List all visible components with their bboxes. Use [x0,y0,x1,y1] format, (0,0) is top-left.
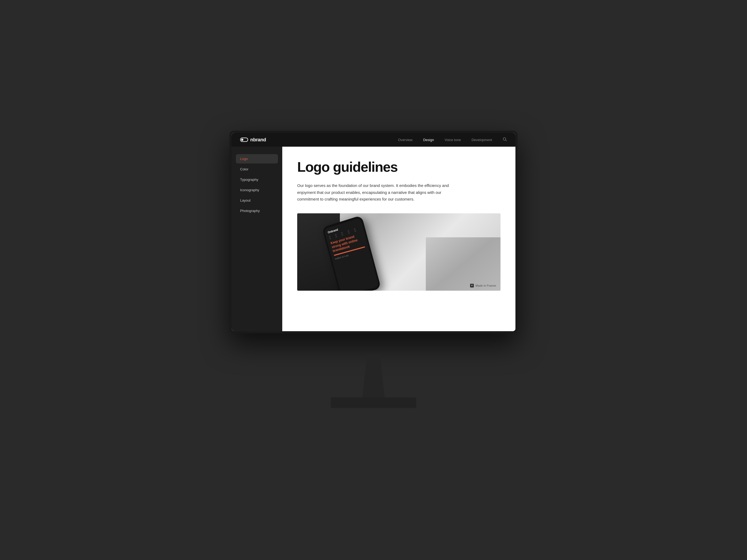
framer-icon: F [470,284,474,288]
page-title: Logo guidelines [297,159,500,175]
content-area: Logo guidelines Our logo serves as the f… [282,146,515,331]
monitor-outer: nbrand Overview Design Voice tone Develo… [229,131,518,334]
nav-design[interactable]: Design [423,138,434,142]
main-content: Logo Color Typography Iconography Layout [232,146,515,331]
sidebar-item-logo[interactable]: Logo [236,154,278,163]
nav-overview[interactable]: Overview [398,138,412,142]
logo-area: nbrand [240,137,266,143]
concrete-block [426,237,500,291]
logo-icon [240,138,248,142]
framer-label: Made in Framer [475,284,496,287]
sidebar-item-photography[interactable]: Photography [236,206,278,215]
top-nav: nbrand Overview Design Voice tone Develo… [232,133,515,146]
page-description: Our logo serves as the foundation of our… [297,182,452,203]
sidebar-item-typography[interactable]: Typography [236,175,278,184]
monitor-screen: nbrand Overview Design Voice tone Develo… [232,133,515,331]
image-mockup: Onbrand [297,213,500,291]
nav-development[interactable]: Development [471,138,492,142]
nav-links: Overview Design Voice tone Development [398,137,507,142]
sidebar-item-iconography[interactable]: Iconography [236,185,278,195]
svg-line-1 [506,140,507,141]
nav-voice-tone[interactable]: Voice tone [445,138,461,142]
monitor-stand-neck [358,355,389,397]
search-icon[interactable] [503,137,507,142]
framer-badge: F Made in Framer [470,284,496,288]
sidebar-item-color[interactable]: Color [236,164,278,174]
sidebar-item-layout[interactable]: Layout [236,196,278,205]
page-wrapper: nbrand Overview Design Voice tone Develo… [229,152,518,408]
sidebar: Logo Color Typography Iconography Layout [232,146,282,331]
logo-text: nbrand [250,137,266,143]
monitor-stand-base [331,397,416,408]
